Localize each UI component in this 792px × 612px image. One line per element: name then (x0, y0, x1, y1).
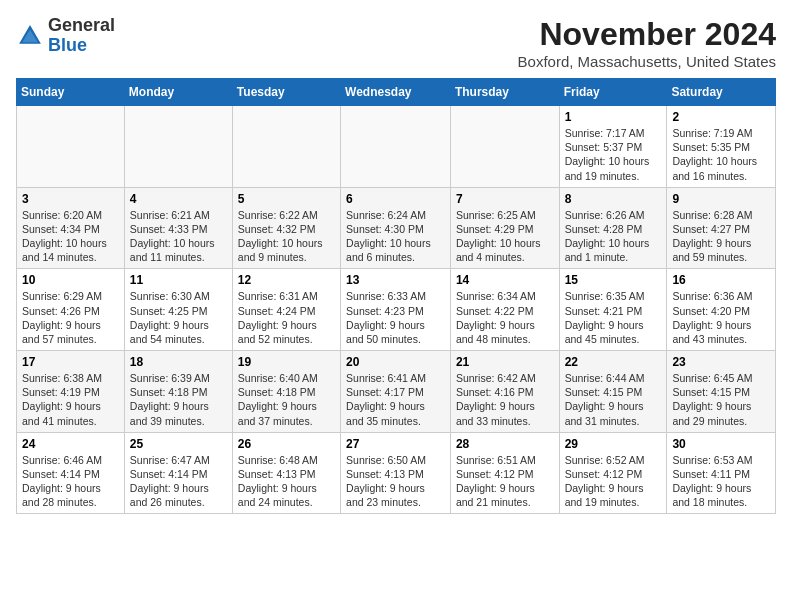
weekday-header-tuesday: Tuesday (232, 79, 340, 106)
logo-text: General Blue (48, 16, 115, 56)
calendar-cell: 11Sunrise: 6:30 AM Sunset: 4:25 PM Dayli… (124, 269, 232, 351)
calendar-cell: 17Sunrise: 6:38 AM Sunset: 4:19 PM Dayli… (17, 351, 125, 433)
calendar-cell: 19Sunrise: 6:40 AM Sunset: 4:18 PM Dayli… (232, 351, 340, 433)
calendar-cell (450, 106, 559, 188)
day-info: Sunrise: 6:38 AM Sunset: 4:19 PM Dayligh… (22, 371, 119, 428)
day-info: Sunrise: 6:31 AM Sunset: 4:24 PM Dayligh… (238, 289, 335, 346)
day-number: 3 (22, 192, 119, 206)
day-number: 21 (456, 355, 554, 369)
calendar-cell: 16Sunrise: 6:36 AM Sunset: 4:20 PM Dayli… (667, 269, 776, 351)
calendar-cell: 5Sunrise: 6:22 AM Sunset: 4:32 PM Daylig… (232, 187, 340, 269)
day-number: 30 (672, 437, 770, 451)
day-info: Sunrise: 6:42 AM Sunset: 4:16 PM Dayligh… (456, 371, 554, 428)
day-info: Sunrise: 6:22 AM Sunset: 4:32 PM Dayligh… (238, 208, 335, 265)
calendar-cell: 8Sunrise: 6:26 AM Sunset: 4:28 PM Daylig… (559, 187, 667, 269)
weekday-header-friday: Friday (559, 79, 667, 106)
month-year: November 2024 (518, 16, 776, 53)
calendar-cell: 18Sunrise: 6:39 AM Sunset: 4:18 PM Dayli… (124, 351, 232, 433)
day-number: 14 (456, 273, 554, 287)
calendar-cell (341, 106, 451, 188)
calendar-cell: 14Sunrise: 6:34 AM Sunset: 4:22 PM Dayli… (450, 269, 559, 351)
calendar-cell: 24Sunrise: 6:46 AM Sunset: 4:14 PM Dayli… (17, 432, 125, 514)
day-info: Sunrise: 6:24 AM Sunset: 4:30 PM Dayligh… (346, 208, 445, 265)
day-info: Sunrise: 6:52 AM Sunset: 4:12 PM Dayligh… (565, 453, 662, 510)
calendar-cell: 28Sunrise: 6:51 AM Sunset: 4:12 PM Dayli… (450, 432, 559, 514)
logo: General Blue (16, 16, 115, 56)
calendar-cell: 25Sunrise: 6:47 AM Sunset: 4:14 PM Dayli… (124, 432, 232, 514)
day-number: 15 (565, 273, 662, 287)
weekday-header-wednesday: Wednesday (341, 79, 451, 106)
day-number: 13 (346, 273, 445, 287)
day-number: 22 (565, 355, 662, 369)
logo-general: General (48, 15, 115, 35)
calendar-cell: 4Sunrise: 6:21 AM Sunset: 4:33 PM Daylig… (124, 187, 232, 269)
day-info: Sunrise: 6:44 AM Sunset: 4:15 PM Dayligh… (565, 371, 662, 428)
day-info: Sunrise: 6:29 AM Sunset: 4:26 PM Dayligh… (22, 289, 119, 346)
day-info: Sunrise: 6:33 AM Sunset: 4:23 PM Dayligh… (346, 289, 445, 346)
day-info: Sunrise: 6:26 AM Sunset: 4:28 PM Dayligh… (565, 208, 662, 265)
day-number: 6 (346, 192, 445, 206)
day-info: Sunrise: 6:21 AM Sunset: 4:33 PM Dayligh… (130, 208, 227, 265)
day-info: Sunrise: 6:45 AM Sunset: 4:15 PM Dayligh… (672, 371, 770, 428)
calendar-cell (124, 106, 232, 188)
location: Boxford, Massachusetts, United States (518, 53, 776, 70)
day-info: Sunrise: 6:48 AM Sunset: 4:13 PM Dayligh… (238, 453, 335, 510)
calendar-cell: 27Sunrise: 6:50 AM Sunset: 4:13 PM Dayli… (341, 432, 451, 514)
calendar-cell: 30Sunrise: 6:53 AM Sunset: 4:11 PM Dayli… (667, 432, 776, 514)
calendar-cell: 1Sunrise: 7:17 AM Sunset: 5:37 PM Daylig… (559, 106, 667, 188)
calendar-cell: 3Sunrise: 6:20 AM Sunset: 4:34 PM Daylig… (17, 187, 125, 269)
calendar-cell: 20Sunrise: 6:41 AM Sunset: 4:17 PM Dayli… (341, 351, 451, 433)
day-info: Sunrise: 7:19 AM Sunset: 5:35 PM Dayligh… (672, 126, 770, 183)
calendar-week-row: 17Sunrise: 6:38 AM Sunset: 4:19 PM Dayli… (17, 351, 776, 433)
day-info: Sunrise: 6:50 AM Sunset: 4:13 PM Dayligh… (346, 453, 445, 510)
calendar-cell (17, 106, 125, 188)
weekday-header-monday: Monday (124, 79, 232, 106)
calendar-cell: 15Sunrise: 6:35 AM Sunset: 4:21 PM Dayli… (559, 269, 667, 351)
day-number: 28 (456, 437, 554, 451)
calendar-header-row: SundayMondayTuesdayWednesdayThursdayFrid… (17, 79, 776, 106)
day-number: 12 (238, 273, 335, 287)
calendar-cell: 9Sunrise: 6:28 AM Sunset: 4:27 PM Daylig… (667, 187, 776, 269)
day-number: 1 (565, 110, 662, 124)
day-number: 11 (130, 273, 227, 287)
day-info: Sunrise: 6:41 AM Sunset: 4:17 PM Dayligh… (346, 371, 445, 428)
day-info: Sunrise: 6:25 AM Sunset: 4:29 PM Dayligh… (456, 208, 554, 265)
day-info: Sunrise: 6:53 AM Sunset: 4:11 PM Dayligh… (672, 453, 770, 510)
day-number: 18 (130, 355, 227, 369)
day-info: Sunrise: 6:35 AM Sunset: 4:21 PM Dayligh… (565, 289, 662, 346)
day-number: 9 (672, 192, 770, 206)
calendar-table: SundayMondayTuesdayWednesdayThursdayFrid… (16, 78, 776, 514)
calendar-cell: 7Sunrise: 6:25 AM Sunset: 4:29 PM Daylig… (450, 187, 559, 269)
calendar-week-row: 24Sunrise: 6:46 AM Sunset: 4:14 PM Dayli… (17, 432, 776, 514)
day-number: 29 (565, 437, 662, 451)
day-number: 5 (238, 192, 335, 206)
day-info: Sunrise: 6:46 AM Sunset: 4:14 PM Dayligh… (22, 453, 119, 510)
day-number: 23 (672, 355, 770, 369)
calendar-cell: 22Sunrise: 6:44 AM Sunset: 4:15 PM Dayli… (559, 351, 667, 433)
title-block: November 2024 Boxford, Massachusetts, Un… (518, 16, 776, 70)
day-info: Sunrise: 6:34 AM Sunset: 4:22 PM Dayligh… (456, 289, 554, 346)
logo-icon (16, 22, 44, 50)
calendar-cell: 23Sunrise: 6:45 AM Sunset: 4:15 PM Dayli… (667, 351, 776, 433)
day-number: 27 (346, 437, 445, 451)
day-info: Sunrise: 6:36 AM Sunset: 4:20 PM Dayligh… (672, 289, 770, 346)
calendar-week-row: 3Sunrise: 6:20 AM Sunset: 4:34 PM Daylig… (17, 187, 776, 269)
day-number: 7 (456, 192, 554, 206)
day-info: Sunrise: 6:51 AM Sunset: 4:12 PM Dayligh… (456, 453, 554, 510)
calendar-cell: 29Sunrise: 6:52 AM Sunset: 4:12 PM Dayli… (559, 432, 667, 514)
day-info: Sunrise: 6:39 AM Sunset: 4:18 PM Dayligh… (130, 371, 227, 428)
day-info: Sunrise: 6:40 AM Sunset: 4:18 PM Dayligh… (238, 371, 335, 428)
calendar-cell (232, 106, 340, 188)
page-header: General Blue November 2024 Boxford, Mass… (16, 16, 776, 70)
calendar-cell: 13Sunrise: 6:33 AM Sunset: 4:23 PM Dayli… (341, 269, 451, 351)
calendar-week-row: 10Sunrise: 6:29 AM Sunset: 4:26 PM Dayli… (17, 269, 776, 351)
logo-blue: Blue (48, 35, 87, 55)
calendar-cell: 26Sunrise: 6:48 AM Sunset: 4:13 PM Dayli… (232, 432, 340, 514)
calendar-cell: 6Sunrise: 6:24 AM Sunset: 4:30 PM Daylig… (341, 187, 451, 269)
day-number: 10 (22, 273, 119, 287)
calendar-week-row: 1Sunrise: 7:17 AM Sunset: 5:37 PM Daylig… (17, 106, 776, 188)
calendar-cell: 10Sunrise: 6:29 AM Sunset: 4:26 PM Dayli… (17, 269, 125, 351)
day-info: Sunrise: 6:30 AM Sunset: 4:25 PM Dayligh… (130, 289, 227, 346)
day-number: 20 (346, 355, 445, 369)
day-number: 25 (130, 437, 227, 451)
